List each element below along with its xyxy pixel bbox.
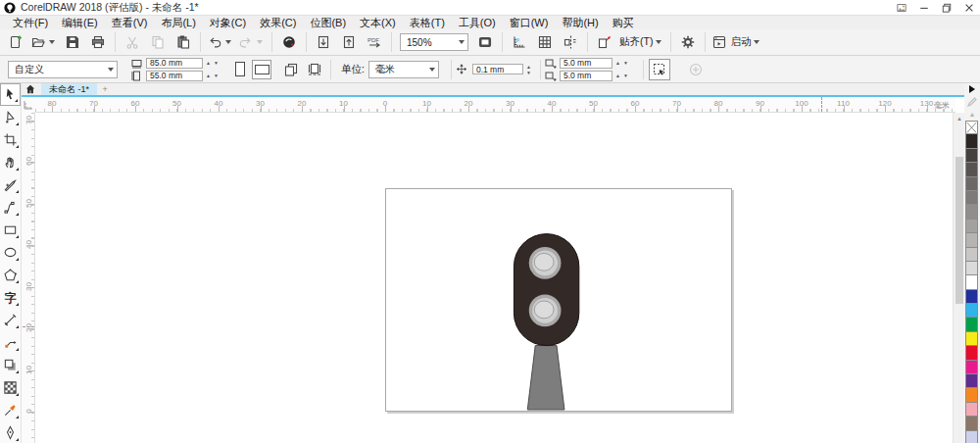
signal-pole-shape[interactable] (527, 346, 564, 410)
crop-tool[interactable] (0, 128, 21, 151)
color-swatch[interactable] (965, 177, 978, 191)
save-icon[interactable] (60, 31, 85, 53)
menu-item-buy[interactable]: 购买 (606, 16, 641, 30)
freehand-tool[interactable] (0, 173, 21, 196)
color-swatch[interactable] (965, 361, 978, 374)
ellipse-tool[interactable] (0, 241, 21, 264)
vertical-scrollbar[interactable]: ▲ (953, 113, 964, 443)
color-swatch[interactable] (965, 318, 978, 331)
restore-button[interactable] (939, 1, 954, 14)
pan-tool[interactable] (0, 151, 21, 173)
artwork[interactable] (386, 189, 731, 411)
menu-item-layout[interactable]: 布局(L) (154, 16, 202, 30)
page-size-preset[interactable]: 自定义 (8, 61, 118, 78)
color-swatch[interactable] (965, 304, 978, 318)
color-swatch-none[interactable] (965, 121, 978, 134)
signal-light-top[interactable] (529, 247, 562, 279)
snap-off-icon[interactable] (592, 31, 617, 53)
treat-as-filled-button[interactable] (649, 59, 670, 80)
color-swatch[interactable] (965, 374, 978, 388)
color-swatch[interactable] (965, 134, 978, 148)
new-tab-button[interactable]: + (97, 83, 113, 95)
rectangle-tool[interactable] (0, 219, 21, 241)
show-rulers-icon[interactable] (507, 31, 532, 53)
color-swatch[interactable] (965, 191, 978, 205)
color-swatch[interactable] (965, 220, 978, 233)
signal-light-bottom[interactable] (529, 295, 562, 327)
duplicate-x-stepper[interactable]: ▲▼ (614, 60, 629, 66)
shape-tool[interactable] (0, 106, 21, 128)
options-icon[interactable] (675, 31, 701, 53)
menu-item-view[interactable]: 查看(V) (105, 16, 155, 30)
import-icon[interactable] (311, 31, 336, 53)
text-tool[interactable]: 字 (0, 286, 21, 309)
ruler-origin-icon[interactable] (22, 97, 35, 113)
color-swatch[interactable] (965, 403, 978, 417)
menu-item-edit[interactable]: 编辑(E) (55, 16, 105, 30)
color-swatch[interactable] (965, 431, 978, 443)
color-swatch[interactable] (965, 346, 978, 360)
full-screen-preview-icon[interactable] (472, 31, 498, 53)
current-page-button[interactable] (280, 59, 302, 80)
publish-pdf-icon[interactable]: PDF (362, 31, 387, 53)
color-swatch[interactable] (965, 163, 978, 176)
print-icon[interactable] (85, 31, 111, 53)
color-swatch[interactable] (965, 205, 978, 219)
menu-item-table[interactable]: 表格(T) (403, 16, 452, 30)
transparency-tool[interactable] (0, 376, 21, 399)
menu-item-object[interactable]: 对象(C) (203, 16, 253, 30)
duplicate-y-stepper[interactable]: ▲▼ (614, 73, 629, 78)
duplicate-x-field[interactable]: 5.0 mm (560, 58, 612, 69)
color-swatch[interactable] (965, 417, 978, 430)
undo-icon[interactable] (205, 31, 236, 53)
all-pages-button[interactable] (304, 59, 325, 80)
eyedropper-tool[interactable] (0, 399, 21, 421)
outline-pen-tool[interactable] (0, 421, 21, 443)
minimize-button[interactable] (916, 1, 931, 14)
menu-item-effects[interactable]: 效果(C) (253, 16, 303, 30)
page-height-field[interactable]: 55.0 mm (146, 71, 203, 81)
color-swatch[interactable] (965, 275, 978, 289)
paste-icon[interactable] (171, 31, 196, 53)
open-icon[interactable] (28, 31, 60, 53)
show-guidelines-icon[interactable] (558, 31, 583, 53)
portrait-button[interactable] (230, 60, 250, 79)
menu-item-tools[interactable]: 工具(O) (452, 16, 503, 30)
page-width-field[interactable]: 85.0 mm (146, 58, 203, 69)
menu-item-window[interactable]: 窗口(W) (503, 16, 556, 30)
duplicate-y-field[interactable]: 5.0 mm (560, 71, 612, 81)
menu-item-file[interactable]: 文件(F) (6, 16, 55, 30)
nudge-field[interactable]: 0.1 mm (472, 64, 523, 74)
show-grid-icon[interactable] (532, 31, 558, 53)
polygon-tool[interactable] (0, 264, 21, 286)
close-button[interactable] (961, 1, 976, 14)
new-document-icon[interactable] (3, 31, 28, 53)
nudge-stepper[interactable]: ▲▼ (525, 64, 532, 75)
drawing-canvas[interactable] (35, 113, 956, 443)
drop-shadow-tool[interactable] (0, 354, 21, 376)
color-swatch[interactable] (965, 332, 978, 346)
color-swatch[interactable] (965, 388, 978, 402)
pick-tool[interactable] (0, 83, 21, 106)
document-tab-active[interactable]: 未命名 -1* (41, 83, 97, 95)
launch-button[interactable]: 启动 (710, 31, 764, 53)
landscape-button[interactable] (252, 60, 271, 79)
vertical-ruler[interactable]: 706050403020100 (22, 113, 35, 443)
color-swatch[interactable] (965, 149, 978, 163)
zoom-level-combo[interactable]: 150% (400, 33, 468, 51)
color-swatch[interactable] (965, 233, 978, 247)
color-swatch[interactable] (965, 248, 978, 262)
menu-item-text[interactable]: 文本(X) (353, 16, 403, 30)
page-width-stepper[interactable]: ▲▼ (205, 60, 220, 66)
search-content-icon[interactable] (276, 31, 302, 53)
dimension-tool[interactable] (0, 309, 21, 331)
connector-tool[interactable] (0, 331, 21, 354)
color-swatch[interactable] (965, 290, 978, 304)
palette-scroll-up[interactable]: ▲ (964, 108, 980, 121)
horizontal-ruler[interactable]: 毫米 8070605040302010010203040506070809010… (35, 97, 956, 113)
snap-to-button[interactable]: 贴齐(T) (617, 31, 666, 53)
pencil-icon[interactable] (964, 95, 980, 108)
account-icon[interactable] (894, 1, 908, 14)
units-select[interactable]: 毫米 (368, 61, 439, 78)
color-swatch[interactable] (965, 262, 978, 275)
